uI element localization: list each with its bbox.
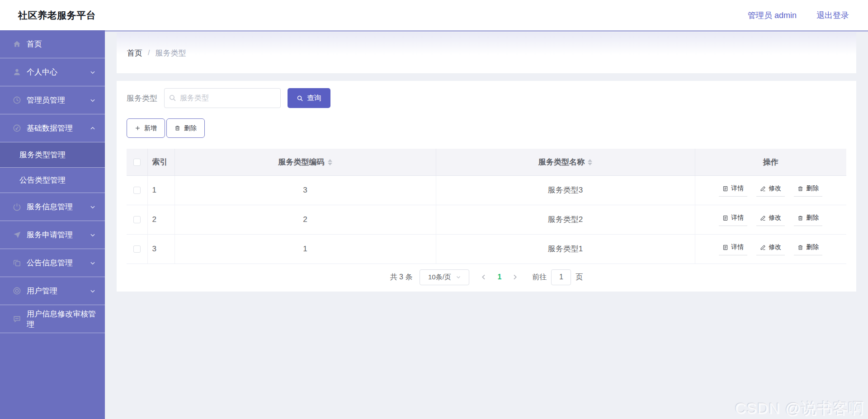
query-button[interactable]: 查询 bbox=[288, 88, 330, 108]
chevron-down-icon bbox=[90, 260, 96, 266]
row-delete-button[interactable]: 删除 bbox=[794, 242, 822, 255]
cell-name: 服务类型3 bbox=[436, 175, 695, 205]
row-checkbox[interactable] bbox=[133, 216, 141, 223]
sidebar-item-label: 用户信息修改审核管理 bbox=[27, 309, 96, 330]
gauge-icon bbox=[13, 124, 21, 132]
breadcrumb-home-link[interactable]: 首页 bbox=[127, 48, 142, 58]
detail-button-label: 详情 bbox=[731, 214, 744, 222]
column-header-code-label: 服务类型编码 bbox=[278, 158, 325, 166]
trash-icon bbox=[175, 125, 180, 131]
sidebar-item-service-apply[interactable]: 服务申请管理 bbox=[0, 221, 105, 249]
watermark: CSDN @说书客啊 bbox=[735, 398, 864, 419]
breadcrumb-current: 服务类型 bbox=[155, 48, 186, 58]
edit-button[interactable]: 修改 bbox=[756, 184, 785, 197]
column-header-name[interactable]: 服务类型名称 bbox=[436, 149, 695, 175]
sort-caret-icon[interactable] bbox=[328, 159, 332, 165]
edit-button[interactable]: 修改 bbox=[756, 242, 785, 255]
document-icon bbox=[722, 215, 728, 221]
document-icon bbox=[722, 186, 728, 192]
trash-icon bbox=[797, 215, 803, 221]
search-input-wrap bbox=[164, 88, 281, 108]
detail-button[interactable]: 详情 bbox=[719, 242, 747, 255]
sidebar-item-profile[interactable]: 个人中心 bbox=[0, 58, 105, 86]
document-icon bbox=[722, 245, 728, 250]
sidebar-item-label: 管理员管理 bbox=[27, 95, 65, 105]
home-icon bbox=[13, 40, 21, 48]
column-header-name-label: 服务类型名称 bbox=[538, 158, 585, 166]
chevron-down-icon bbox=[456, 274, 461, 280]
current-user-link[interactable]: 管理员 admin bbox=[748, 10, 797, 21]
sidebar-item-user-management[interactable]: 用户管理 bbox=[0, 277, 105, 305]
row-checkbox[interactable] bbox=[133, 245, 141, 253]
service-type-table: 索引 服务类型编码 服务类型名称 操作 1 3 bbox=[127, 149, 846, 264]
sidebar-subitem-service-type[interactable]: 服务类型管理 bbox=[0, 142, 105, 168]
table-row: 2 2 服务类型2 详情 修改 删除 bbox=[127, 205, 846, 234]
column-header-index: 索引 bbox=[147, 149, 175, 175]
search-icon bbox=[169, 94, 176, 102]
search-row: 服务类型 查询 bbox=[127, 88, 846, 108]
goto-page-suffix: 页 bbox=[576, 273, 583, 282]
cell-name: 服务类型2 bbox=[436, 205, 695, 234]
plus-icon bbox=[135, 125, 141, 131]
delete-button[interactable]: 删除 bbox=[166, 118, 205, 138]
row-delete-button-label: 删除 bbox=[806, 214, 819, 222]
goto-page-input[interactable] bbox=[551, 269, 571, 285]
row-delete-button[interactable]: 删除 bbox=[794, 213, 822, 226]
detail-button-label: 详情 bbox=[731, 243, 744, 251]
sidebar-subitem-notice-type[interactable]: 公告类型管理 bbox=[0, 168, 105, 193]
next-page-button[interactable] bbox=[511, 273, 519, 281]
sidebar-item-admin-management[interactable]: 管理员管理 bbox=[0, 86, 105, 114]
chevron-down-icon bbox=[90, 97, 96, 104]
edit-button-label: 修改 bbox=[769, 184, 781, 193]
sidebar-item-user-audit[interactable]: 用户信息修改审核管理 bbox=[0, 305, 105, 333]
sort-caret-icon[interactable] bbox=[588, 159, 592, 165]
app-title: 社区养老服务平台 bbox=[18, 9, 96, 22]
select-all-checkbox[interactable] bbox=[133, 159, 141, 166]
pencil-icon bbox=[760, 245, 766, 250]
sidebar-item-label: 个人中心 bbox=[27, 67, 57, 77]
sidebar-item-label: 服务信息管理 bbox=[27, 202, 73, 212]
sidebar: 首页 个人中心 管理员管理 基础数据管理 bbox=[0, 30, 105, 419]
logout-link[interactable]: 退出登录 bbox=[816, 10, 849, 21]
cell-code: 2 bbox=[175, 205, 436, 234]
chevron-down-icon bbox=[90, 69, 96, 75]
page-number-1[interactable]: 1 bbox=[497, 273, 501, 281]
edit-button-label: 修改 bbox=[769, 243, 781, 251]
row-delete-button[interactable]: 删除 bbox=[794, 184, 822, 197]
sidebar-item-label: 基础数据管理 bbox=[27, 123, 73, 133]
detail-button-label: 详情 bbox=[731, 184, 744, 193]
user-icon bbox=[13, 68, 21, 76]
column-header-actions: 操作 bbox=[695, 149, 846, 175]
page-size-value: 10条/页 bbox=[428, 273, 451, 282]
table-row: 3 1 服务类型1 详情 修改 删除 bbox=[127, 234, 846, 264]
column-header-code[interactable]: 服务类型编码 bbox=[175, 149, 436, 175]
send-icon bbox=[13, 231, 21, 239]
cell-name: 服务类型1 bbox=[436, 234, 695, 264]
pagination: 共 3 条 10条/页 1 前往 页 bbox=[127, 269, 846, 286]
row-delete-button-label: 删除 bbox=[806, 184, 819, 193]
pagination-total: 共 3 条 bbox=[390, 273, 413, 282]
chevron-down-icon bbox=[90, 204, 96, 210]
lifebuoy-icon bbox=[13, 287, 21, 295]
sidebar-item-label: 服务申请管理 bbox=[27, 230, 73, 240]
sidebar-item-notice-info[interactable]: 公告信息管理 bbox=[0, 249, 105, 277]
chevron-up-icon bbox=[90, 125, 96, 132]
row-checkbox[interactable] bbox=[133, 187, 141, 194]
prev-page-button[interactable] bbox=[480, 273, 487, 281]
detail-button[interactable]: 详情 bbox=[719, 184, 747, 197]
service-type-panel: 服务类型 查询 bbox=[117, 81, 856, 292]
edit-button[interactable]: 修改 bbox=[756, 213, 785, 226]
page-size-select[interactable]: 10条/页 bbox=[420, 269, 469, 285]
cell-index: 2 bbox=[147, 205, 175, 234]
sidebar-item-home[interactable]: 首页 bbox=[0, 30, 105, 58]
detail-button[interactable]: 详情 bbox=[719, 213, 747, 226]
edit-button-label: 修改 bbox=[769, 214, 781, 222]
add-button[interactable]: 新增 bbox=[127, 118, 165, 138]
sidebar-subitem-label: 公告类型管理 bbox=[19, 175, 66, 185]
search-input[interactable] bbox=[164, 88, 281, 108]
cell-index: 3 bbox=[147, 234, 175, 264]
query-button-label: 查询 bbox=[307, 94, 321, 103]
sidebar-item-service-info[interactable]: 服务信息管理 bbox=[0, 193, 105, 221]
sidebar-item-base-data[interactable]: 基础数据管理 bbox=[0, 114, 105, 142]
search-label: 服务类型 bbox=[127, 93, 157, 104]
